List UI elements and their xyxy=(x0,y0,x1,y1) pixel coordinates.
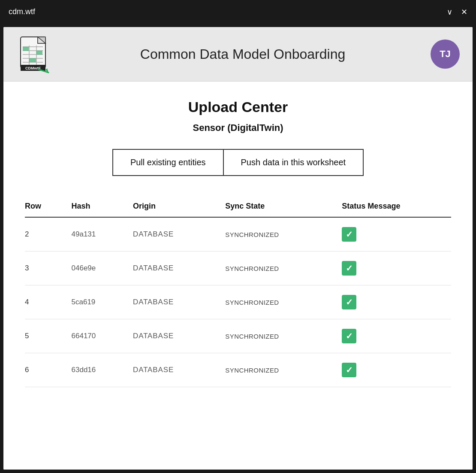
app-logo: CDMwtF xyxy=(16,35,55,73)
table-row: 6 63dd16 DATABASE SYNCHRONIZED ✓ xyxy=(25,353,451,387)
app-title: Common Data Model Onboarding xyxy=(65,46,420,62)
svg-rect-10 xyxy=(23,47,29,51)
page-subtitle: Sensor (DigitalTwin) xyxy=(25,122,451,133)
cell-row: 3 xyxy=(25,252,72,285)
table-header-row: Row Hash Origin Sync State Status Messag… xyxy=(25,197,451,217)
status-check-icon: ✓ xyxy=(342,329,356,343)
window-title: cdm.wtf xyxy=(9,7,35,16)
pull-entities-button[interactable]: Pull existing entities xyxy=(112,149,223,176)
col-header-sync-state: Sync State xyxy=(225,197,342,217)
col-header-origin: Origin xyxy=(133,197,225,217)
table-row: 2 49a131 DATABASE SYNCHRONIZED ✓ xyxy=(25,217,451,252)
cell-row: 5 xyxy=(25,319,72,353)
table-row: 4 5ca619 DATABASE SYNCHRONIZED ✓ xyxy=(25,285,451,319)
table-row: 3 046e9e DATABASE SYNCHRONIZED ✓ xyxy=(25,252,451,285)
status-check-icon: ✓ xyxy=(342,363,356,377)
status-check-icon: ✓ xyxy=(342,295,356,309)
cell-hash: 664170 xyxy=(72,319,133,353)
cell-status: ✓ xyxy=(342,252,451,285)
status-check-icon: ✓ xyxy=(342,227,356,242)
cell-sync-state: SYNCHRONIZED xyxy=(225,252,342,285)
cell-origin: DATABASE xyxy=(133,285,225,319)
app-header: CDMwtF Common Data Model Onboarding TJ xyxy=(3,27,473,82)
app-window: cdm.wtf ∨ ✕ xyxy=(0,0,476,473)
svg-rect-12 xyxy=(29,58,36,62)
page-title: Upload Center xyxy=(25,99,451,115)
col-header-status-message: Status Message xyxy=(342,197,451,217)
close-button[interactable]: ✕ xyxy=(461,8,467,16)
logo-container: CDMwtF xyxy=(16,35,55,73)
cell-status: ✓ xyxy=(342,353,451,387)
col-header-row: Row xyxy=(25,197,72,217)
cell-origin: DATABASE xyxy=(133,353,225,387)
cell-status: ✓ xyxy=(342,285,451,319)
app-container: CDMwtF Common Data Model Onboarding TJ U… xyxy=(3,27,473,470)
title-bar-controls: ∨ ✕ xyxy=(447,8,467,16)
cell-status: ✓ xyxy=(342,319,451,353)
cell-sync-state: SYNCHRONIZED xyxy=(225,285,342,319)
cell-sync-state: SYNCHRONIZED xyxy=(225,217,342,252)
cell-hash: 63dd16 xyxy=(72,353,133,387)
cell-sync-state: SYNCHRONIZED xyxy=(225,319,342,353)
minimize-button[interactable]: ∨ xyxy=(447,8,452,16)
col-header-hash: Hash xyxy=(72,197,133,217)
cell-row: 6 xyxy=(25,353,72,387)
cell-hash: 49a131 xyxy=(72,217,133,252)
action-buttons: Pull existing entities Push data in this… xyxy=(25,149,451,176)
cell-row: 4 xyxy=(25,285,72,319)
user-avatar[interactable]: TJ xyxy=(431,39,460,69)
cell-origin: DATABASE xyxy=(133,217,225,252)
cell-hash: 5ca619 xyxy=(72,285,133,319)
cell-status: ✓ xyxy=(342,217,451,252)
data-table: Row Hash Origin Sync State Status Messag… xyxy=(25,197,451,387)
svg-rect-11 xyxy=(36,51,42,55)
main-content: Upload Center Sensor (DigitalTwin) Pull … xyxy=(3,82,473,470)
push-worksheet-button[interactable]: Push data in this worksheet xyxy=(223,149,364,176)
title-bar: cdm.wtf ∨ ✕ xyxy=(0,0,476,24)
cell-sync-state: SYNCHRONIZED xyxy=(225,353,342,387)
cell-origin: DATABASE xyxy=(133,319,225,353)
cell-origin: DATABASE xyxy=(133,252,225,285)
status-check-icon: ✓ xyxy=(342,261,356,276)
table-row: 5 664170 DATABASE SYNCHRONIZED ✓ xyxy=(25,319,451,353)
cell-row: 2 xyxy=(25,217,72,252)
cell-hash: 046e9e xyxy=(72,252,133,285)
